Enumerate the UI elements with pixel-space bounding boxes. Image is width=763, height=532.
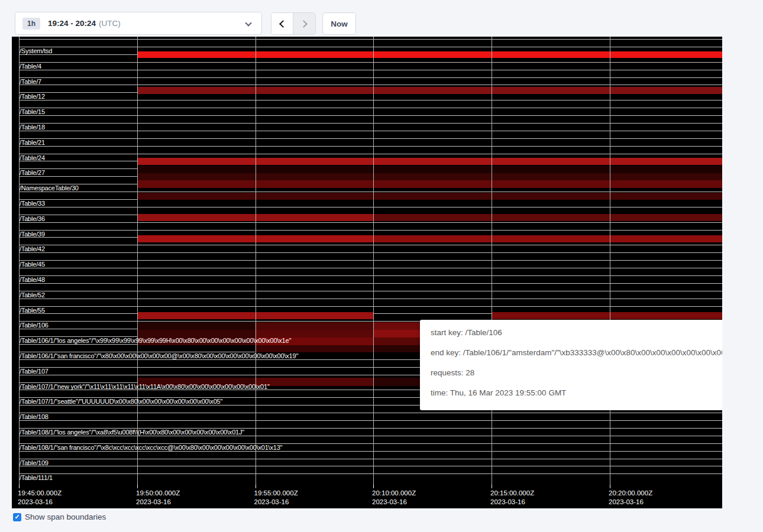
span-boundary-line [19, 77, 722, 78]
span-boundary-line [19, 413, 722, 413]
time-range-nav [271, 12, 316, 35]
span-boundary-line [19, 466, 722, 466]
x-axis-tick [137, 485, 138, 488]
chevron-left-icon [279, 20, 287, 28]
row-label: /Table/107/1/"seattle"/"UUUUUUD\x00\x80\… [20, 398, 222, 405]
time-range-zone: (UTC) [99, 19, 121, 28]
span-boundary-line [19, 108, 722, 108]
key-visualizer-page: 1h 19:24 - 20:24 (UTC) Now /System/tsd/T… [0, 0, 763, 532]
heatmap-band[interactable] [137, 166, 722, 174]
row-label: /Table/48 [20, 276, 45, 283]
x-axis-tick [610, 485, 610, 488]
row-label: /Table/39 [20, 231, 45, 238]
row-label: /Table/12 [20, 93, 45, 100]
row-label: /Table/36 [20, 215, 45, 222]
time-range-value: 19:24 - 20:24 [48, 19, 96, 28]
x-axis-label: 19:50:00.000Z 2023-03-16 [136, 489, 180, 507]
x-axis-label: 20:15:00.000Z 2023-03-16 [490, 489, 534, 507]
heatmap-band[interactable] [137, 330, 255, 338]
span-boundary-line [19, 306, 722, 307]
span-boundary-line [19, 275, 722, 276]
span-boundary-line [19, 459, 722, 459]
row-label: /Table/109 [20, 459, 49, 466]
heatmap-band[interactable] [492, 312, 722, 319]
previous-range-button[interactable] [271, 13, 293, 34]
row-label: /System/tsd [20, 47, 52, 54]
span-boundary-line [19, 115, 722, 116]
time-range-preset-badge: 1h [22, 18, 40, 30]
row-label: /Table/107/1/"new york"/"\x11\x11\x11\x1… [20, 383, 270, 390]
span-boundary-line [19, 222, 722, 223]
row-label: /Table/108 [20, 413, 49, 420]
row-label: /Table/52 [20, 291, 45, 299]
span-boundary-line [19, 252, 722, 253]
row-label: /Table/107 [20, 368, 49, 375]
heatmap-band[interactable] [255, 330, 373, 338]
heatmap-band[interactable] [255, 322, 373, 330]
span-boundary-line [19, 138, 722, 139]
heatmap-band[interactable] [137, 180, 722, 188]
span-boundary-line [19, 154, 722, 154]
footer-controls: ✓ Show span boundaries [13, 512, 106, 521]
heatmap-band[interactable] [373, 214, 722, 221]
row-label: /Table/27 [20, 169, 45, 176]
span-boundary-line [19, 85, 722, 85]
row-label: /Table/108/1/"san francisco"/"\x8c\xcc\x… [20, 444, 282, 451]
tooltip-time: time: Thu, 16 Mar 2023 19:55:00 GMT [431, 383, 722, 403]
heatmap-band[interactable] [373, 235, 722, 242]
show-span-boundaries-label: Show span boundaries [25, 512, 106, 521]
tooltip-end-key: end key: /Table/106/1/"amsterdam"/"\xb33… [431, 343, 722, 363]
row-label: /Table/4 [20, 63, 41, 70]
time-gridline [610, 37, 610, 485]
time-gridline [373, 37, 374, 485]
key-visualizer[interactable]: /System/tsd/Table/4/Table/7/Table/12/Tab… [12, 37, 722, 508]
span-boundary-line [19, 260, 722, 261]
heatmap-band[interactable] [137, 193, 722, 200]
heatmap-band[interactable] [137, 173, 722, 180]
span-boundary-line [19, 420, 722, 421]
span-boundary-line [19, 268, 722, 268]
heatmap-band[interactable] [137, 87, 722, 94]
row-label: /Table/55 [20, 307, 45, 314]
x-axis-label: 19:55:00.000Z 2023-03-16 [254, 489, 298, 507]
heatmap-band[interactable] [137, 322, 255, 330]
span-boundary-line [19, 283, 722, 284]
heatmap-band[interactable] [255, 378, 373, 386]
row-label: /Table/111/1 [20, 474, 53, 481]
span-boundary-line [19, 230, 722, 231]
row-label: /Table/21 [20, 139, 45, 146]
next-range-button[interactable] [293, 13, 315, 34]
span-tooltip: start key: /Table/106 end key: /Table/10… [420, 320, 722, 410]
show-span-boundaries-checkbox[interactable]: ✓ [13, 513, 21, 521]
span-boundary-line [19, 131, 722, 131]
x-axis-tick [19, 485, 20, 488]
span-boundary-line [19, 47, 722, 47]
row-label: /Table/15 [20, 108, 45, 115]
row-label: /Table/7 [20, 78, 41, 85]
row-label: /Table/106/1/"los angeles"/"\x99\x99\x99… [20, 337, 291, 344]
x-axis-tick [492, 485, 492, 488]
heatmap-band[interactable] [255, 345, 373, 353]
tooltip-requests: requests: 28 [431, 363, 722, 383]
now-button[interactable]: Now [322, 12, 356, 35]
span-boundary-line [19, 123, 722, 124]
x-axis-label: 20:10:00.000Z 2023-03-16 [372, 489, 416, 507]
time-gridline [492, 37, 492, 485]
row-label: /NamespaceTable/30 [20, 184, 79, 192]
span-boundary-line [19, 62, 722, 63]
span-boundary-line [19, 291, 722, 291]
span-boundary-line [19, 299, 722, 299]
heatmap-band[interactable] [137, 51, 722, 58]
row-label: /Table/33 [20, 200, 45, 207]
time-gridline [256, 37, 256, 485]
span-boundary-line [19, 39, 722, 40]
x-axis-tick [373, 485, 374, 488]
tooltip-start-key: start key: /Table/106 [431, 323, 722, 343]
heatmap-band[interactable] [137, 158, 722, 165]
span-boundary-line [19, 207, 722, 207]
chevron-right-icon [300, 20, 308, 28]
time-range-select[interactable]: 1h 19:24 - 20:24 (UTC) [15, 12, 262, 35]
heatmap-plot: /System/tsd/Table/4/Table/7/Table/12/Tab… [12, 37, 722, 508]
row-label: /Table/108/1/"los angeles"/"\xa8\xf5\u00… [20, 429, 244, 436]
row-label: /Table/24 [20, 154, 45, 161]
